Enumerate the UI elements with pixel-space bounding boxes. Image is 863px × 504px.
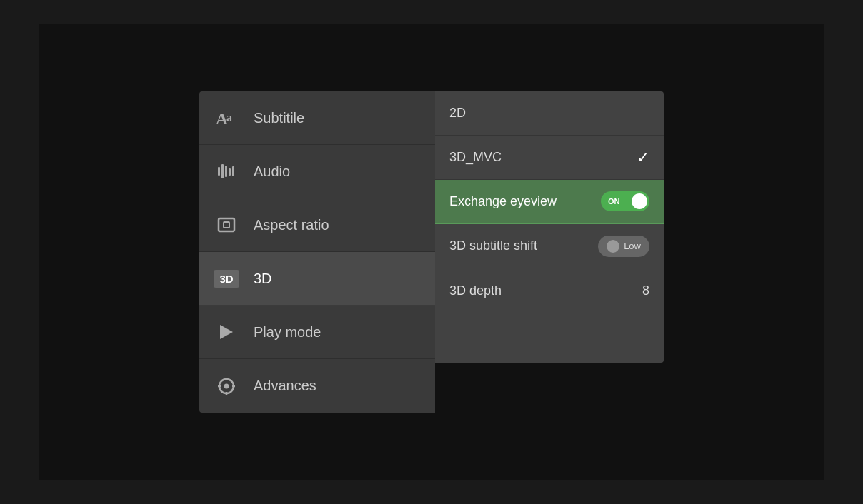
panel-3d-depth-value: 8 <box>642 283 649 298</box>
panel-3d-subtitle-shift-label: 3D subtitle shift <box>449 238 537 253</box>
app-window: A a Subtitile Audio <box>39 24 824 480</box>
svg-marker-9 <box>220 325 233 339</box>
panel-2d-label: 2D <box>449 106 466 121</box>
menu-container: A a Subtitile Audio <box>199 91 664 413</box>
panel-item-exchange-eyeview[interactable]: Exchange eyeview ON <box>435 180 664 224</box>
sidebar-item-audio[interactable]: Audio <box>199 145 435 198</box>
panel-item-3d-depth[interactable]: 3D depth 8 <box>435 268 664 313</box>
sidebar-item-aspect-ratio[interactable]: Aspect ratio <box>199 198 435 252</box>
panel-item-2d[interactable]: 2D <box>435 91 664 136</box>
toggle-knob <box>632 193 647 209</box>
svg-rect-3 <box>221 164 224 178</box>
play-mode-icon <box>214 319 239 345</box>
panel-item-3d-subtitle-shift[interactable]: 3D subtitle shift Low <box>435 224 664 268</box>
svg-rect-6 <box>232 166 234 176</box>
audio-icon <box>214 158 239 184</box>
panel-item-3d-mvc[interactable]: 3D_MVC ✓ <box>435 136 664 180</box>
exchange-eyeview-toggle[interactable]: ON <box>601 191 649 211</box>
right-panel: 2D 3D_MVC ✓ Exchange eyeview ON 3D subti… <box>435 91 664 363</box>
sidebar-item-play-mode[interactable]: Play mode <box>199 306 435 359</box>
svg-rect-7 <box>219 218 234 231</box>
subtitle-icon: A a <box>214 105 239 131</box>
panel-exchange-eyeview-label: Exchange eyeview <box>449 194 557 209</box>
sidebar-aspect-ratio-label: Aspect ratio <box>254 217 329 233</box>
3d-icon: 3D <box>214 266 239 291</box>
svg-point-11 <box>224 383 229 388</box>
panel-3d-depth-label: 3D depth <box>449 283 502 298</box>
svg-rect-2 <box>218 167 220 176</box>
svg-rect-5 <box>229 168 231 176</box>
subtitle-shift-button[interactable]: Low <box>598 236 649 257</box>
svg-text:a: a <box>226 111 232 124</box>
svg-rect-8 <box>224 222 229 228</box>
sidebar-item-subtitle[interactable]: A a Subtitile <box>199 91 435 145</box>
sidebar-3d-label: 3D <box>254 271 272 287</box>
sidebar-subtitle-label: Subtitile <box>254 110 304 126</box>
svg-rect-4 <box>225 166 227 177</box>
sidebar-audio-label: Audio <box>254 163 290 180</box>
sidebar-item-advances[interactable]: Advances <box>199 359 435 413</box>
sidebar-advances-label: Advances <box>254 378 316 394</box>
advances-icon <box>214 373 239 399</box>
shift-circle-icon <box>607 240 619 253</box>
checkmark-icon: ✓ <box>637 148 649 167</box>
3d-badge: 3D <box>214 270 239 288</box>
shift-value-label: Low <box>624 241 641 251</box>
panel-3d-mvc-label: 3D_MVC <box>449 150 502 165</box>
sidebar-play-mode-label: Play mode <box>254 324 321 341</box>
sidebar: A a Subtitile Audio <box>199 91 435 413</box>
toggle-on-label: ON <box>604 197 620 206</box>
sidebar-item-3d[interactable]: 3D 3D <box>199 252 435 306</box>
aspect-ratio-icon <box>214 212 239 238</box>
